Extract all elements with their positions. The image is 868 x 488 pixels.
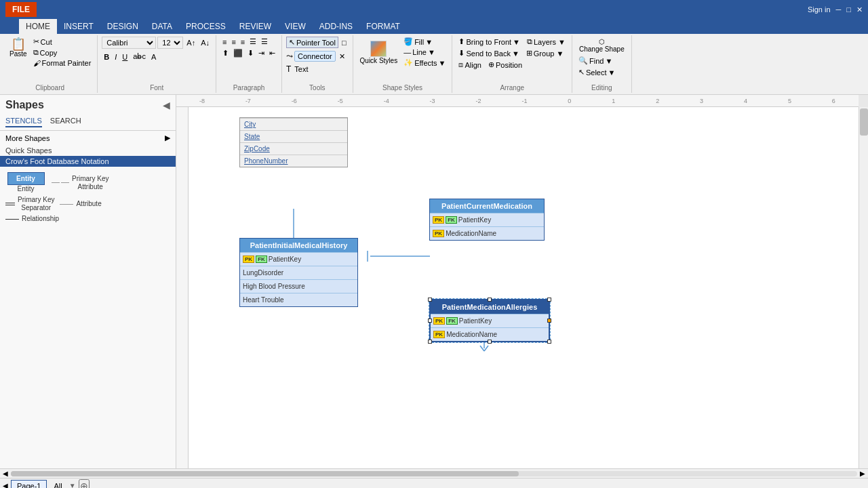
patient-current-med-pk-row[interactable]: PK FK PatientKey: [430, 213, 544, 226]
scrollbar-thumb[interactable]: [860, 108, 868, 136]
change-shape-button[interactable]: ⬡ Change Shape: [576, 37, 627, 54]
gray-row-state[interactable]: State: [240, 130, 347, 142]
tab-search[interactable]: SEARCH: [50, 115, 81, 127]
relationship-stencil[interactable]: Relationship: [5, 215, 59, 223]
tab-process[interactable]: PROCESS: [179, 19, 233, 34]
line-button[interactable]: — Line ▼: [401, 47, 448, 57]
scroll-pages-left[interactable]: ◀: [3, 482, 8, 488]
copy-button[interactable]: ⧉ Copy: [31, 47, 94, 58]
diagram-canvas[interactable]: City State ZipCode PhoneNumber PatientIn…: [189, 107, 859, 468]
list-button[interactable]: ☰: [248, 37, 258, 47]
strikethrough-button[interactable]: ab̶c: [131, 52, 148, 62]
scroll-left-button[interactable]: ◀: [3, 470, 8, 477]
sign-in[interactable]: Sign in: [808, 5, 831, 14]
handle-tc[interactable]: [488, 298, 492, 302]
right-scrollbar[interactable]: [859, 107, 868, 468]
handle-tr[interactable]: [547, 298, 551, 302]
add-page-button[interactable]: ⊕: [79, 479, 90, 489]
tab-add-ins[interactable]: ADD-INS: [313, 19, 359, 34]
bring-to-front-button[interactable]: ⬆ Bring to Front ▼: [456, 37, 522, 47]
maximize-icon[interactable]: □: [846, 5, 851, 14]
sidebar-toggle[interactable]: ◀: [163, 100, 170, 110]
h-scrollbar-track[interactable]: [11, 471, 857, 476]
handle-mr[interactable]: [547, 319, 551, 323]
crow-foot-stencil[interactable]: Crow's Foot Database Notation: [0, 156, 176, 167]
pk-attr-stencil[interactable]: Primary KeyAttribute: [52, 175, 108, 191]
close-icon[interactable]: ✕: [856, 5, 863, 14]
align-center-button[interactable]: ≡: [229, 37, 237, 47]
handle-bc[interactable]: [488, 340, 492, 344]
shape-select-button[interactable]: □: [340, 38, 349, 47]
patient-current-med-name-row[interactable]: PK MedicationName: [430, 226, 544, 240]
paste-button[interactable]: 📋 Paste: [7, 37, 30, 59]
tab-design[interactable]: DESIGN: [100, 19, 145, 34]
indent-button[interactable]: ⇥: [256, 48, 267, 58]
tab-review[interactable]: REVIEW: [233, 19, 278, 34]
handle-ml[interactable]: [428, 319, 432, 323]
gray-row-zipcode[interactable]: ZipCode: [240, 142, 347, 155]
font-name-select[interactable]: Calibri: [102, 37, 156, 49]
tab-file[interactable]: [5, 19, 19, 34]
underline-button[interactable]: U: [120, 52, 130, 62]
page-tab-1[interactable]: Page-1: [11, 480, 47, 489]
send-to-back-button[interactable]: ⬇ Send to Back ▼: [456, 48, 521, 58]
format-painter-button[interactable]: 🖌 Format Painter: [31, 58, 94, 68]
entity-stencil[interactable]: Entity Entity: [5, 172, 46, 193]
patient-current-med-table[interactable]: PatientCurrentMedication PK FK PatientKe…: [429, 199, 545, 241]
tab-home[interactable]: HOME: [19, 19, 57, 34]
gray-row-phone[interactable]: PhoneNumber: [240, 155, 347, 167]
text-button[interactable]: Text: [292, 64, 310, 74]
tab-view[interactable]: VIEW: [278, 19, 313, 34]
handle-bl[interactable]: [428, 340, 432, 344]
patient-med-history-lung-row[interactable]: LungDisorder: [240, 266, 357, 279]
quick-styles-button[interactable]: Quick Styles: [357, 39, 401, 66]
cut-button[interactable]: ✂ Cut: [31, 37, 94, 47]
gray-table[interactable]: City State ZipCode PhoneNumber: [239, 117, 348, 167]
patient-med-allergies-table[interactable]: PatientMedicationAllergies PK FK Patient…: [429, 299, 550, 342]
all-pages-button[interactable]: All: [50, 481, 66, 489]
handle-tl[interactable]: [428, 298, 432, 302]
italic-button[interactable]: I: [113, 52, 119, 62]
tab-insert[interactable]: INSERT: [57, 19, 100, 34]
quick-shapes[interactable]: Quick Shapes: [0, 145, 176, 156]
attr-stencil[interactable]: Attribute: [60, 200, 101, 208]
patient-med-allergies-pk-row[interactable]: PK FK PatientKey: [431, 314, 549, 327]
increase-font-button[interactable]: A↑: [184, 38, 197, 47]
patient-med-history-heart-row[interactable]: Heart Trouble: [240, 293, 357, 306]
align-middle-button[interactable]: ⬛: [231, 48, 245, 58]
tab-stencils[interactable]: STENCILS: [5, 115, 42, 127]
group-button[interactable]: ⊞ Group ▼: [524, 48, 566, 58]
scroll-right-button[interactable]: ▶: [860, 470, 865, 477]
align-right-button[interactable]: ≡: [239, 37, 247, 47]
layers-button[interactable]: ⧉ Layers ▼: [525, 37, 568, 47]
align-bottom-button[interactable]: ⬇: [245, 48, 256, 58]
numbered-list-button[interactable]: ☰: [259, 37, 270, 47]
h-scrollbar-thumb[interactable]: [11, 471, 519, 476]
connector-button[interactable]: Connector: [294, 51, 336, 62]
tab-data[interactable]: DATA: [145, 19, 179, 34]
decrease-font-button[interactable]: A↓: [199, 38, 212, 47]
select-button[interactable]: ↖ Select ▼: [576, 67, 617, 77]
position-button[interactable]: ⊕ Position: [486, 60, 524, 70]
patient-med-history-pk-row[interactable]: PK FK PatientKey: [240, 252, 357, 266]
font-color-button[interactable]: A: [149, 52, 158, 62]
outdent-button[interactable]: ⇤: [267, 48, 277, 58]
gray-row-city[interactable]: City: [240, 118, 347, 130]
align-button[interactable]: ⧈ Align: [456, 60, 483, 70]
patient-med-history-table[interactable]: PatientInitialMedicalHistory PK FK Patie…: [239, 238, 358, 307]
handle-br[interactable]: [547, 340, 551, 344]
align-top-button[interactable]: ⬆: [220, 48, 231, 58]
minimize-icon[interactable]: ─: [836, 5, 842, 14]
tab-format[interactable]: FORMAT: [359, 19, 407, 34]
fill-button[interactable]: 🪣 Fill ▼: [401, 37, 448, 47]
find-button[interactable]: 🔍 Find ▼: [576, 56, 614, 66]
bold-button[interactable]: B: [102, 52, 111, 62]
patient-med-history-bp-row[interactable]: High Blood Pressure: [240, 279, 357, 293]
file-tab[interactable]: FILE: [5, 2, 37, 17]
more-shapes[interactable]: More Shapes ▶: [0, 131, 176, 145]
align-left-button[interactable]: ≡: [220, 37, 229, 47]
pk-sep-stencil[interactable]: Primary KeySeparator: [5, 196, 54, 212]
h-scrollbar[interactable]: ◀ ▶: [0, 468, 868, 478]
effects-button[interactable]: ✨ Effects ▼: [401, 58, 448, 68]
patient-med-allergies-name-row[interactable]: PK MedicationName: [431, 327, 549, 341]
